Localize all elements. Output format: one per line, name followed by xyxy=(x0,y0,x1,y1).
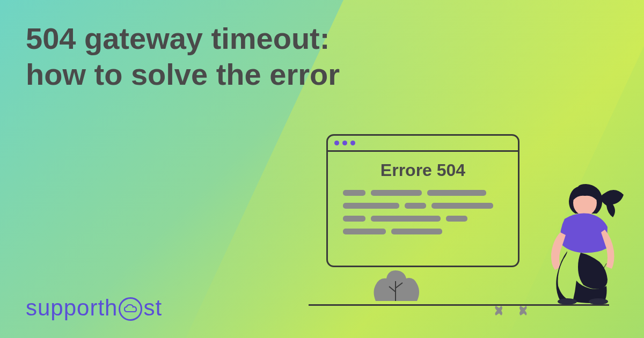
browser-window-illustration: Errore 504 xyxy=(326,134,519,267)
text-placeholder-lines xyxy=(343,190,503,234)
title-line-2: how to solve the error xyxy=(26,57,340,91)
browser-content: Errore 504 xyxy=(328,152,518,243)
svg-point-5 xyxy=(589,298,608,305)
window-dot-icon xyxy=(342,141,347,145)
page-title: 504 gateway timeout: how to solve the er… xyxy=(26,20,340,92)
wrench-icon xyxy=(493,305,530,319)
browser-titlebar xyxy=(328,136,518,152)
window-dot-icon xyxy=(334,141,339,145)
title-line-1: 504 gateway timeout: xyxy=(26,21,330,55)
error-label: Errore 504 xyxy=(343,160,503,180)
logo-text-part2: st xyxy=(143,295,162,321)
window-dot-icon xyxy=(350,141,355,145)
brand-logo: supporth st xyxy=(26,295,162,321)
bush-icon xyxy=(368,262,427,305)
person-illustration xyxy=(527,179,629,305)
svg-point-4 xyxy=(558,298,577,305)
cloud-icon xyxy=(119,297,142,321)
logo-text-part1: supporth xyxy=(26,295,118,321)
